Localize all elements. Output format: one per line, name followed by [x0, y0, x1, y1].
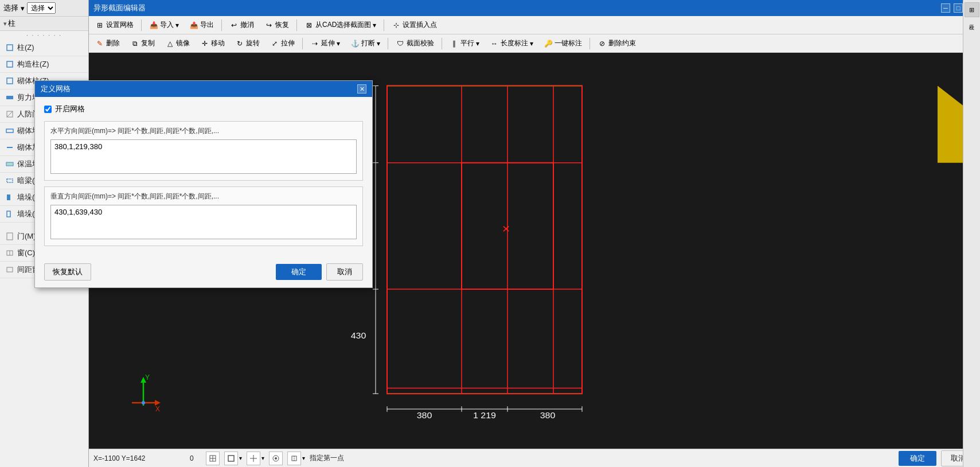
snap3-btn[interactable] [287, 452, 301, 465]
delete-icon: ✎ [95, 39, 104, 48]
parallel-arrow-icon: ▾ [476, 40, 479, 48]
snap3-arrow[interactable]: ▾ [302, 455, 305, 461]
toolbar-sep-1 [141, 20, 142, 31]
enable-grid-label[interactable]: 开启网格 [55, 104, 85, 114]
svg-rect-15 [7, 267, 13, 272]
crosshair-btn[interactable] [247, 452, 260, 465]
minimize-button[interactable]: ─ [941, 3, 950, 13]
stretch-button[interactable]: ⤢ 拉伸 [266, 37, 299, 50]
import-arrow-icon: ▾ [175, 21, 179, 29]
svg-text:✕: ✕ [502, 223, 510, 235]
door-m-icon [5, 231, 15, 242]
restore-default-button[interactable]: 恢复默认 [44, 263, 91, 281]
toolbar-sep-6 [388, 38, 388, 49]
maximize-button[interactable]: □ [954, 3, 963, 13]
select-dropdown[interactable]: 选择 [27, 2, 56, 14]
move-button[interactable]: ✛ 移动 [196, 37, 229, 50]
undo-button[interactable]: ↩ 撤消 [225, 18, 258, 32]
column-z-icon [5, 42, 15, 53]
horizontal-input[interactable] [50, 139, 357, 174]
toolbar-sep-7 [442, 38, 442, 49]
svg-rect-1 [7, 61, 13, 67]
status-bar: X=-1100 Y=1642 0 ▾ ▾ ▾ 指定第一点 确定 [89, 449, 980, 467]
length-mark-button[interactable]: ↔ 长度标注 ▾ [486, 37, 537, 50]
insulation-wall-q-icon [5, 159, 15, 169]
dialog-cancel-button[interactable]: 取消 [326, 263, 363, 281]
delete-constraint-icon: ⊘ [598, 39, 607, 48]
set-insert-button[interactable]: ⊹ 设置插入点 [388, 18, 441, 32]
sidebar-item-structural-column-z[interactable]: 构造柱(Z) [0, 56, 88, 73]
svg-rect-59 [228, 456, 234, 461]
mirror-button[interactable]: △ 镜像 [161, 37, 194, 50]
sidebar-item-column-z[interactable]: 柱(Z) [0, 40, 88, 56]
horizontal-section: 水平方向间距(mm)=> 间距*个数,间距,间距*个数,间距,... [44, 121, 363, 181]
break-arrow-icon: ▾ [377, 40, 380, 48]
window-titlebar: 异形截面编辑器 ─ □ ✕ [89, 0, 980, 16]
export-button[interactable]: 📤 导出 [185, 18, 218, 32]
parallel-button[interactable]: ∥ 平行 ▾ [446, 37, 483, 50]
civil-door-icon [5, 109, 15, 119]
break-button[interactable]: ⚓ 打断 ▾ [346, 37, 384, 50]
select-label: 选择 [3, 3, 18, 13]
svg-rect-2 [7, 78, 13, 84]
enable-grid-checkbox[interactable] [44, 106, 52, 113]
delete-button[interactable]: ✎ 删除 [91, 37, 124, 50]
toolbar-sep-5 [302, 38, 303, 49]
mirror-icon: △ [165, 39, 174, 48]
undo-icon: ↩ [229, 21, 239, 30]
svg-point-55 [142, 401, 145, 404]
right-panel: ⊞ 柱二次 [963, 0, 980, 467]
toolbar-row-2: ✎ 删除 ⧉ 复制 △ 镜像 ✛ 移动 ↻ 旋转 ⤢ 拉伸 ⇢ 延伸 ▾ [89, 34, 980, 53]
from-cad-button[interactable]: ⊠ 从CAD选择截面图 ▾ [300, 18, 380, 32]
sidebar-column-row: ▾ 柱 [0, 17, 88, 31]
export-icon: 📤 [189, 21, 198, 30]
snap-rect-btn[interactable] [224, 452, 238, 465]
window-c-icon [5, 248, 15, 258]
define-grid-dialog[interactable]: 定义网格 ✕ 开启网格 水平方向间距(mm)=> 间距*个数,间距,间距*个数,… [34, 80, 373, 288]
snap-rect-arrow[interactable]: ▾ [239, 455, 242, 461]
snap2-btn[interactable] [269, 452, 283, 465]
snap-dropdown[interactable]: ▾ [224, 452, 242, 465]
vertical-section: 垂直方向间距(mm)=> 间距*个数,间距,间距*个数,间距,... [44, 186, 363, 246]
set-grid-button[interactable]: ⊞ 设置网格 [91, 18, 138, 32]
window-title: 异形截面编辑器 [93, 3, 146, 13]
svg-rect-11 [7, 211, 10, 217]
one-key-mark-button[interactable]: 🔑 一键标注 [540, 37, 586, 50]
snap3-dropdown[interactable]: ▾ [287, 452, 305, 465]
delete-constraint-button[interactable]: ⊘ 删除约束 [594, 37, 640, 50]
svg-rect-12 [7, 233, 13, 240]
toolbar-sep-8 [589, 38, 590, 49]
svg-point-63 [275, 457, 277, 460]
toolbar-row-1: ⊞ 设置网格 📥 导入 ▾ 📤 导出 ↩ 撤消 ↪ 恢复 ⊠ 从CAD选择截面图… [89, 16, 980, 34]
svg-rect-8 [6, 162, 13, 166]
toolbar-sep-2 [221, 20, 222, 31]
column-label: 柱 [8, 18, 15, 29]
svg-rect-0 [7, 45, 13, 50]
svg-line-5 [7, 111, 13, 117]
dialog-body: 开启网格 水平方向间距(mm)=> 间距*个数,间距,间距*个数,间距,... … [35, 97, 372, 259]
copy-button[interactable]: ⧉ 复制 [126, 37, 159, 50]
select-dropdown-arrow: ▾ [21, 4, 25, 13]
section-check-button[interactable]: 🛡 截面校验 [392, 37, 438, 50]
snap-icon-btn[interactable] [206, 452, 220, 465]
structural-column-z-icon [5, 59, 15, 69]
masonry-column-z-icon [5, 76, 15, 86]
extend-icon: ⇢ [310, 39, 319, 48]
redo-button[interactable]: ↪ 恢复 [260, 18, 293, 32]
dialog-close-button[interactable]: ✕ [357, 84, 366, 94]
status-confirm-button[interactable]: 确定 [899, 451, 936, 466]
toolbar-sep-4 [384, 20, 384, 31]
crosshair-dropdown[interactable]: ▾ [247, 452, 264, 465]
right-panel-grid-btn[interactable]: ⊞ [965, 2, 979, 17]
enable-grid-row: 开启网格 [44, 104, 363, 114]
hint-text: 指定第一点 [310, 453, 894, 463]
extend-button[interactable]: ⇢ 延伸 ▾ [306, 37, 344, 50]
rotate-button[interactable]: ↻ 旋转 [231, 37, 264, 50]
vertical-input[interactable] [50, 205, 357, 239]
import-icon: 📥 [149, 21, 158, 30]
dialog-confirm-button[interactable]: 确定 [276, 264, 322, 280]
crosshair-arrow[interactable]: ▾ [261, 455, 264, 461]
parallel-icon: ∥ [450, 39, 459, 48]
masonry-rebar-icon [5, 142, 15, 153]
import-button[interactable]: 📥 导入 ▾ [145, 18, 183, 32]
